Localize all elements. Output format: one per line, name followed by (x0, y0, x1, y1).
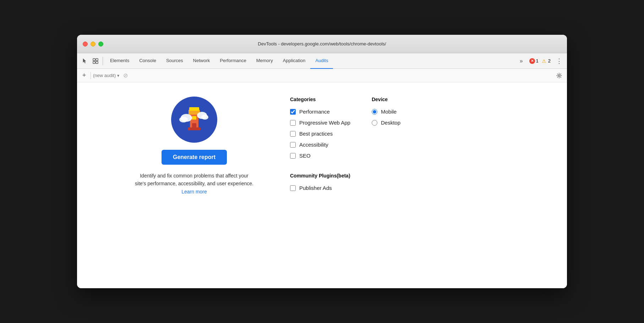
tab-elements[interactable]: Elements (105, 53, 134, 69)
inspect-icon (93, 58, 98, 64)
more-tabs-button[interactable]: » (517, 53, 526, 69)
mobile-label: Mobile (381, 109, 397, 115)
pwa-checkbox[interactable] (290, 120, 296, 126)
toolbar2-divider (91, 72, 91, 79)
warning-count: 2 (548, 58, 551, 64)
learn-more-link[interactable]: Learn more (181, 189, 207, 195)
warning-icon: ⚠ (541, 58, 547, 64)
svg-rect-9 (192, 116, 196, 120)
device-mobile[interactable]: Mobile (372, 109, 400, 115)
mobile-radio[interactable] (372, 109, 377, 115)
desktop-radio[interactable] (372, 120, 377, 126)
performance-checkbox[interactable] (290, 109, 296, 115)
device-section: Device Mobile Desktop (372, 97, 400, 191)
inspect-button[interactable] (91, 56, 100, 66)
categories-section: Categories Performance Progressive Web A… (290, 97, 350, 191)
svg-rect-14 (188, 127, 201, 130)
audit-selector-label: (new audit) (93, 73, 116, 78)
audit-selector[interactable]: (new audit) ▾ (93, 73, 119, 78)
svg-rect-3 (96, 61, 98, 64)
add-audit-button[interactable]: + (80, 71, 88, 80)
tab-audits[interactable]: Audits (310, 53, 333, 69)
best-practices-label: Best practices (299, 131, 333, 137)
desktop-label: Desktop (381, 120, 400, 126)
svg-rect-0 (93, 59, 95, 61)
device-title: Device (372, 97, 400, 102)
toolbar-divider-1 (103, 57, 103, 65)
seo-checkbox[interactable] (290, 153, 296, 159)
dropdown-icon: ▾ (117, 73, 119, 78)
warning-badge: ⚠ 2 (541, 58, 551, 64)
settings-button[interactable] (554, 71, 564, 81)
description-text: Identify and fix common problems that af… (134, 172, 255, 196)
error-icon: ✕ (529, 58, 535, 64)
performance-label: Performance (299, 109, 330, 115)
cursor-icon (82, 58, 88, 64)
tab-performance[interactable]: Performance (215, 53, 251, 69)
plugin-publisher-ads[interactable]: Publisher Ads (290, 185, 350, 191)
tab-sources[interactable]: Sources (161, 53, 188, 69)
svg-point-13 (201, 115, 208, 120)
category-performance[interactable]: Performance (290, 109, 350, 115)
close-button[interactable] (83, 42, 88, 46)
svg-rect-1 (96, 59, 98, 61)
cursor-tool-button[interactable] (80, 56, 90, 66)
audit-toolbar: + (new audit) ▾ ⊘ (77, 69, 567, 82)
devtools-menu-button[interactable]: ⋮ (554, 56, 564, 66)
category-accessibility[interactable]: Accessibility (290, 142, 350, 148)
maximize-button[interactable] (98, 42, 103, 46)
traffic-lights (83, 42, 103, 46)
devtools-toolbar: Elements Console Sources Network Perform… (77, 53, 567, 69)
category-pwa[interactable]: Progressive Web App (290, 120, 350, 126)
minimize-button[interactable] (91, 42, 95, 46)
category-best-practices[interactable]: Best practices (290, 131, 350, 137)
left-panel: Generate report Identify and fix common … (127, 97, 262, 196)
category-seo[interactable]: SEO (290, 153, 350, 159)
lighthouse-logo (171, 97, 217, 143)
gear-icon (556, 73, 562, 78)
tab-memory[interactable]: Memory (251, 53, 278, 69)
error-badge: ✕ 1 (529, 58, 539, 64)
toolbar-tabs: Elements Console Sources Network Perform… (105, 53, 516, 69)
svg-point-11 (179, 117, 188, 122)
svg-point-4 (558, 75, 560, 76)
best-practices-checkbox[interactable] (290, 131, 296, 137)
publisher-ads-checkbox[interactable] (290, 185, 296, 191)
svg-rect-7 (189, 107, 199, 111)
error-count: 1 (536, 58, 539, 64)
stop-audit-button[interactable]: ⊘ (121, 72, 129, 80)
accessibility-label: Accessibility (299, 142, 328, 148)
generate-report-button[interactable]: Generate report (162, 150, 227, 165)
community-plugins-title: Community Plugins(beta) (290, 173, 350, 179)
right-panel: Categories Performance Progressive Web A… (290, 97, 517, 191)
accessibility-checkbox[interactable] (290, 142, 296, 148)
title-bar: DevTools - developers.google.com/web/too… (77, 35, 567, 53)
device-desktop[interactable]: Desktop (372, 120, 400, 126)
lighthouse-illustration (176, 102, 212, 137)
pwa-label: Progressive Web App (299, 120, 350, 126)
main-content: Generate report Identify and fix common … (77, 82, 567, 288)
error-warning-area: ✕ 1 ⚠ 2 (526, 58, 553, 64)
window-title: DevTools - developers.google.com/web/too… (258, 41, 386, 46)
devtools-window: DevTools - developers.google.com/web/too… (77, 35, 567, 288)
categories-title: Categories (290, 97, 350, 102)
tab-application[interactable]: Application (278, 53, 311, 69)
tab-network[interactable]: Network (188, 53, 215, 69)
publisher-ads-label: Publisher Ads (299, 185, 332, 191)
svg-rect-2 (93, 61, 95, 64)
seo-label: SEO (299, 153, 311, 159)
tab-console[interactable]: Console (134, 53, 161, 69)
audits-content: Generate report Identify and fix common … (127, 97, 517, 196)
